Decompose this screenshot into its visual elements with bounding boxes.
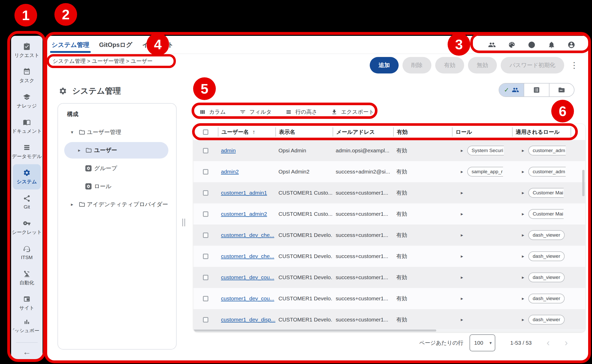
panel-resize-handle[interactable] bbox=[182, 219, 185, 226]
caret-right-icon[interactable]: ▸ bbox=[461, 211, 463, 217]
filter-button[interactable]: フィルタ bbox=[240, 108, 272, 115]
sidebar-item-dashboard[interactable]: ダッシュボード bbox=[13, 316, 41, 332]
row-checkbox[interactable] bbox=[203, 148, 208, 153]
sidebar-item-knowledge[interactable]: ナレッジ bbox=[13, 88, 41, 114]
username-link[interactable]: customer1_dev_cou... bbox=[221, 274, 274, 280]
applied-role-chip[interactable]: dash_viewer bbox=[528, 272, 565, 282]
column-header-roles[interactable]: ロール bbox=[452, 127, 512, 137]
select-all-checkbox[interactable] bbox=[203, 129, 208, 135]
reset-password-button[interactable]: パスワード初期化 bbox=[501, 57, 564, 73]
caret-right-icon[interactable]: ▸ bbox=[522, 148, 524, 153]
disable-button[interactable]: 無効 bbox=[468, 57, 497, 73]
dots-vertical-icon[interactable]: ⋮ bbox=[570, 60, 578, 70]
caret-down-icon[interactable]: ▾ bbox=[71, 129, 73, 135]
tab-import[interactable]: インポート bbox=[142, 36, 174, 54]
username-link[interactable]: customer1_dev_cou... bbox=[221, 295, 274, 302]
sidebar-item-tasks[interactable]: タスク bbox=[13, 63, 41, 88]
caret-right-icon[interactable]: ▸ bbox=[522, 232, 524, 238]
username-link[interactable]: customer1_dev_che... bbox=[221, 253, 274, 259]
applied-role-chip[interactable]: Customer Mai bbox=[528, 209, 564, 219]
caret-right-icon[interactable]: ▸ bbox=[461, 169, 463, 175]
role-chip[interactable]: sample_app_r bbox=[467, 167, 503, 177]
people-icon[interactable] bbox=[488, 41, 496, 49]
tree-node-user-management[interactable]: ▾ユーザー管理 bbox=[58, 123, 176, 141]
caret-right-icon[interactable]: ▸ bbox=[78, 147, 80, 153]
row-checkbox[interactable] bbox=[203, 211, 208, 217]
globe-icon[interactable] bbox=[528, 41, 536, 49]
caret-right-icon[interactable]: ▸ bbox=[522, 211, 524, 217]
next-page-button[interactable]: › bbox=[565, 338, 568, 348]
username-link[interactable]: admin2 bbox=[221, 169, 239, 175]
tree-node-identity-providers[interactable]: ▸アイデンティティプロバイダー bbox=[58, 195, 176, 213]
username-link[interactable]: customer1_admin1 bbox=[221, 190, 267, 196]
caret-right-icon[interactable]: ▸ bbox=[461, 253, 463, 259]
sidebar-item-requests[interactable]: リクエスト bbox=[13, 38, 41, 63]
row-checkbox[interactable] bbox=[203, 275, 208, 280]
prev-page-button[interactable]: ‹ bbox=[547, 338, 550, 348]
column-header-display-name[interactable]: 表示名 bbox=[275, 127, 333, 137]
palette-icon[interactable] bbox=[508, 41, 516, 49]
export-button[interactable]: エクスポート bbox=[331, 108, 374, 115]
vertical-scrollbar-thumb[interactable] bbox=[582, 170, 585, 196]
column-header-username[interactable]: ユーザー名↑ bbox=[218, 127, 275, 137]
caret-right-icon[interactable]: ▸ bbox=[461, 317, 463, 322]
caret-right-icon[interactable]: ▸ bbox=[461, 296, 463, 301]
folder-view-toggle[interactable] bbox=[549, 84, 574, 96]
row-height-button[interactable]: 行の高さ bbox=[285, 108, 317, 115]
tree-node-roles[interactable]: ロール bbox=[58, 177, 176, 195]
tree-node-groups[interactable]: グループ bbox=[58, 159, 176, 177]
row-checkbox[interactable] bbox=[203, 317, 208, 322]
tab-system-admin[interactable]: システム管理 bbox=[52, 36, 89, 54]
caret-right-icon[interactable]: ▸ bbox=[522, 169, 524, 175]
rows-per-page-select[interactable]: 100 ▾ bbox=[470, 334, 495, 351]
role-chip[interactable]: System Securi bbox=[467, 146, 504, 155]
caret-right-icon[interactable]: ▸ bbox=[522, 296, 524, 301]
caret-right-icon[interactable]: ▸ bbox=[461, 232, 463, 238]
column-header-email[interactable]: メールアドレス bbox=[333, 127, 393, 137]
enable-button[interactable]: 有効 bbox=[435, 57, 464, 73]
caret-right-icon[interactable]: ▸ bbox=[522, 253, 524, 259]
sidebar-collapse-button[interactable]: ← bbox=[23, 348, 31, 356]
applied-role-chip[interactable]: dash_viewer bbox=[528, 230, 565, 240]
column-header-enabled[interactable]: 有効 bbox=[393, 127, 452, 137]
bell-icon[interactable] bbox=[548, 41, 555, 49]
sidebar-item-system[interactable]: システム bbox=[13, 164, 41, 189]
tree-node-users[interactable]: ▸ユーザー bbox=[58, 141, 176, 159]
caret-right-icon[interactable]: ▸ bbox=[522, 317, 524, 322]
applied-role-chip[interactable]: dash_viewer bbox=[528, 315, 565, 325]
account-icon[interactable] bbox=[568, 41, 575, 49]
row-checkbox[interactable] bbox=[203, 169, 208, 175]
add-button[interactable]: 追加 bbox=[370, 57, 399, 73]
applied-role-chip[interactable]: dash_viewer bbox=[528, 294, 565, 303]
columns-button[interactable]: カラム bbox=[199, 108, 226, 115]
applied-role-chip[interactable]: customer_adm bbox=[528, 146, 566, 155]
caret-right-icon[interactable]: ▸ bbox=[461, 148, 463, 153]
sidebar-item-git[interactable]: Git bbox=[13, 189, 41, 215]
row-checkbox[interactable] bbox=[203, 190, 208, 196]
table-view-toggle[interactable] bbox=[524, 84, 549, 96]
username-link[interactable]: customer1_admin2 bbox=[221, 211, 267, 217]
applied-role-chip[interactable]: Customer Mai bbox=[528, 188, 564, 198]
caret-right-icon[interactable]: ▸ bbox=[461, 190, 463, 196]
sidebar-item-sites[interactable]: サイト bbox=[13, 291, 41, 316]
username-link[interactable]: admin bbox=[221, 147, 236, 154]
row-checkbox[interactable] bbox=[203, 296, 208, 301]
caret-right-icon[interactable]: ▸ bbox=[522, 190, 524, 196]
username-link[interactable]: customer1_dev_che... bbox=[221, 232, 274, 238]
caret-right-icon[interactable]: ▸ bbox=[522, 275, 524, 280]
caret-right-icon[interactable]: ▸ bbox=[461, 275, 463, 280]
sidebar-item-data-model[interactable]: データモデル bbox=[13, 139, 41, 164]
sidebar-item-secrets[interactable]: シークレット bbox=[13, 215, 41, 240]
applied-role-chip[interactable]: customer_adm bbox=[528, 167, 566, 177]
row-checkbox[interactable] bbox=[203, 254, 208, 259]
user-list-view-toggle[interactable]: ✓ bbox=[499, 84, 524, 96]
horizontal-scrollbar-thumb[interactable] bbox=[193, 329, 436, 332]
sidebar-item-automation[interactable]: 自動化 bbox=[13, 265, 41, 291]
tab-gitops-log[interactable]: GitOpsログ bbox=[99, 36, 132, 54]
applied-role-chip[interactable]: dash_viewer bbox=[528, 251, 565, 261]
sidebar-item-itsm[interactable]: ITSM bbox=[13, 240, 41, 265]
breadcrumb[interactable]: システム管理 > ユーザー管理 > ユーザー bbox=[53, 57, 153, 65]
column-header-applied-roles[interactable]: 適用されるロール bbox=[512, 127, 571, 137]
caret-right-icon[interactable]: ▸ bbox=[71, 202, 73, 207]
username-link[interactable]: customer1_dev_disp... bbox=[221, 317, 275, 323]
